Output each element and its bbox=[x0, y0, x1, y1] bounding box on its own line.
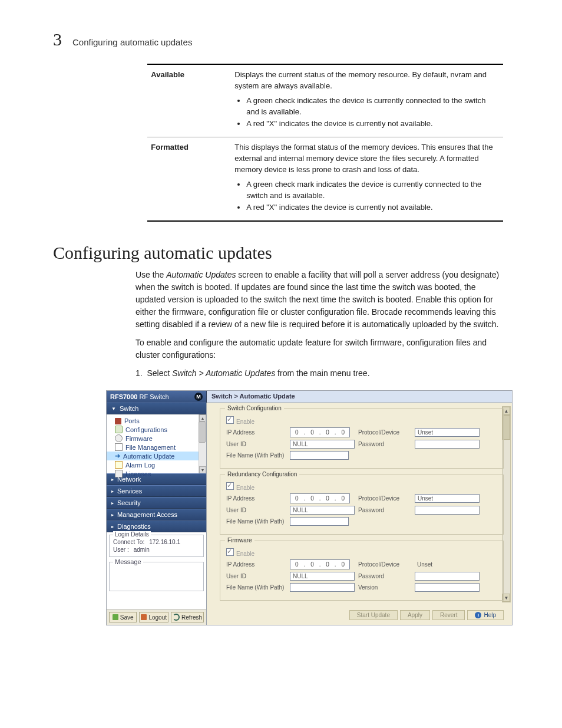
enable-checkbox[interactable]: Enable bbox=[226, 482, 286, 491]
filename-input[interactable] bbox=[290, 517, 349, 526]
checkbox-icon bbox=[226, 482, 234, 490]
protocol-label: Protocol/Device bbox=[358, 429, 411, 436]
caret-right-icon: ▸ bbox=[111, 524, 114, 529]
version-label: Version bbox=[358, 584, 411, 591]
app-title: RFS7000 RF Switch M bbox=[107, 391, 207, 403]
tree-item-alarmlog[interactable]: Alarm Log bbox=[107, 460, 206, 469]
sidebar-footer: Save Logout Refresh bbox=[107, 609, 206, 625]
message-box: Message bbox=[109, 562, 204, 591]
userid-label: User ID bbox=[226, 441, 286, 447]
login-details-legend: Login Details bbox=[113, 531, 151, 538]
filename-label: File Name (With Path) bbox=[226, 452, 286, 459]
row-body-formatted: This displays the format status of the m… bbox=[231, 137, 503, 222]
memory-table: Available Displays the current status of… bbox=[147, 64, 503, 222]
scroll-up-icon[interactable]: ▲ bbox=[199, 414, 206, 421]
help-button[interactable]: iHelp bbox=[467, 610, 504, 620]
enable-checkbox[interactable]: Enable bbox=[226, 416, 286, 425]
section-heading: Configuring automatic updates bbox=[53, 243, 509, 263]
filename-label: File Name (With Path) bbox=[226, 518, 286, 525]
panel-footer: Start Update Apply Revert iHelp bbox=[220, 607, 504, 620]
chapter-header: 3 Configuring automatic updates bbox=[53, 29, 509, 50]
password-label: Password bbox=[358, 507, 411, 513]
logout-button[interactable]: Logout bbox=[139, 612, 168, 622]
apply-button[interactable]: Apply bbox=[400, 610, 430, 620]
start-update-button[interactable]: Start Update bbox=[349, 610, 398, 620]
save-icon bbox=[113, 614, 118, 620]
group-redundancy-configuration: Redundancy Configuration Enable IP Addre… bbox=[220, 475, 504, 535]
ip-input[interactable]: 0.0.0.0 bbox=[290, 559, 350, 569]
ip-input[interactable]: 0.0.0.0 bbox=[290, 427, 350, 437]
refresh-icon bbox=[173, 614, 180, 621]
scroll-thumb[interactable] bbox=[199, 421, 206, 443]
filename-input[interactable] bbox=[290, 583, 355, 592]
protocol-label: Protocol/Device bbox=[358, 495, 411, 502]
group-legend: Switch Configuration bbox=[225, 405, 284, 411]
group-legend: Redundancy Configuration bbox=[225, 471, 299, 477]
connect-to-value: 172.16.10.1 bbox=[149, 539, 180, 545]
lead-paragraph: To enable and configure the automatic up… bbox=[135, 337, 503, 361]
ip-label: IP Address bbox=[226, 429, 286, 436]
version-input[interactable] bbox=[415, 583, 480, 592]
row-body-available: Displays the current status of the memor… bbox=[231, 64, 503, 137]
protocol-input[interactable]: Unset bbox=[415, 428, 480, 437]
port-icon bbox=[115, 418, 121, 424]
connect-to-label: Connect To: bbox=[113, 539, 144, 545]
userid-input[interactable]: NULL bbox=[290, 440, 355, 449]
sidebar-section-security[interactable]: ▸Security bbox=[107, 497, 206, 509]
protocol-value: Unset bbox=[415, 560, 480, 569]
filename-input[interactable] bbox=[290, 451, 349, 460]
userid-input[interactable]: NULL bbox=[290, 506, 355, 515]
step-1: 1. Select Switch > Automatic Updates fro… bbox=[135, 367, 503, 380]
firmware-icon bbox=[115, 434, 123, 442]
tree-item-firmware[interactable]: Firmware bbox=[107, 434, 206, 443]
userid-input[interactable]: NULL bbox=[290, 572, 355, 581]
tree-item-automaticupdate[interactable]: ➜Automatic Update bbox=[107, 452, 206, 460]
password-label: Password bbox=[358, 573, 411, 579]
caret-down-icon: ▼ bbox=[111, 406, 116, 411]
breadcrumb: Switch > Automatic Update bbox=[207, 391, 512, 403]
ip-input[interactable]: 0.0.0.0 bbox=[290, 493, 350, 503]
refresh-button[interactable]: Refresh bbox=[171, 612, 204, 622]
sidebar-section-services[interactable]: ▸Services bbox=[107, 485, 206, 497]
userid-label: User ID bbox=[226, 573, 286, 579]
protocol-input[interactable]: Unset bbox=[415, 494, 480, 503]
tree-item-configurations[interactable]: Configurations bbox=[107, 425, 206, 434]
main-panel: ▲ ▼ Switch Configuration Enable IP Addre… bbox=[207, 403, 512, 625]
message-legend: Message bbox=[113, 558, 143, 565]
sidebar: ▼Switch Ports Configurations Firmware Fi… bbox=[107, 403, 207, 625]
group-firmware: Firmware Enable IP Address 0.0.0.0 Proto… bbox=[220, 541, 504, 601]
scroll-down-icon[interactable]: ▼ bbox=[199, 466, 206, 473]
app-screenshot: RFS7000 RF Switch M Switch > Automatic U… bbox=[106, 390, 513, 625]
tree-scrollbar[interactable]: ▲ ▼ bbox=[199, 414, 206, 473]
sidebar-section-managementaccess[interactable]: ▸Management Access bbox=[107, 509, 206, 521]
save-button[interactable]: Save bbox=[109, 612, 137, 622]
password-label: Password bbox=[358, 441, 411, 447]
tree-item-ports[interactable]: Ports bbox=[107, 417, 206, 425]
filename-label: File Name (With Path) bbox=[226, 584, 286, 591]
config-icon bbox=[115, 426, 123, 433]
intro-paragraph: Use the Automatic Updates screen to enab… bbox=[135, 269, 503, 331]
auto-update-icon: ➜ bbox=[115, 452, 120, 460]
caret-right-icon: ▸ bbox=[111, 512, 114, 518]
help-icon: i bbox=[475, 612, 481, 618]
sidebar-section-diagnostics[interactable]: ▸Diagnostics bbox=[107, 521, 206, 532]
file-icon bbox=[115, 443, 123, 451]
caret-right-icon: ▸ bbox=[111, 500, 114, 506]
logout-icon bbox=[141, 614, 147, 620]
caret-right-icon: ▸ bbox=[111, 489, 114, 494]
tree-item-filemanagement[interactable]: File Management bbox=[107, 443, 206, 452]
user-label: User : bbox=[113, 546, 129, 553]
sidebar-section-switch[interactable]: ▼Switch bbox=[107, 403, 206, 414]
tree-item-licenses[interactable]: Licenses bbox=[107, 469, 206, 478]
login-details-box: Login Details Connect To:172.16.10.1 Use… bbox=[109, 535, 204, 557]
password-input[interactable] bbox=[415, 572, 480, 581]
motorola-logo-icon: M bbox=[194, 393, 203, 401]
revert-button[interactable]: Revert bbox=[432, 610, 465, 620]
password-input[interactable] bbox=[415, 440, 480, 449]
enable-checkbox[interactable]: Enable bbox=[226, 548, 286, 557]
row-key-formatted: Formatted bbox=[147, 137, 231, 222]
checkbox-icon bbox=[226, 416, 234, 424]
password-input[interactable] bbox=[415, 506, 480, 515]
license-icon bbox=[115, 470, 123, 477]
user-value: admin bbox=[134, 546, 150, 553]
